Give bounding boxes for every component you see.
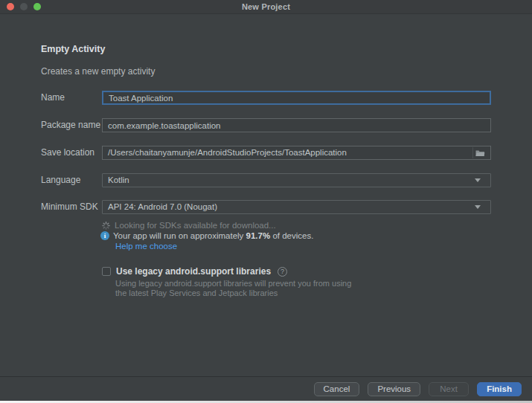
spinner-icon	[102, 222, 110, 230]
finish-button[interactable]: Finish	[477, 382, 522, 396]
minimize-window-button	[20, 3, 28, 10]
language-label: Language	[41, 173, 80, 187]
min-sdk-selected-value: API 24: Android 7.0 (Nougat)	[108, 201, 217, 213]
traffic-lights	[7, 3, 41, 10]
device-coverage-percent: 91.7%	[246, 231, 271, 240]
help-me-choose-link[interactable]: Help me choose	[115, 242, 177, 251]
close-window-button[interactable]	[7, 3, 14, 10]
language-dropdown[interactable]: Kotlin	[102, 173, 491, 187]
save-location-label: Save location	[41, 146, 94, 160]
chevron-down-icon	[475, 205, 481, 209]
titlebar: New Project	[0, 0, 532, 14]
sdk-loading-row: Looking for SDKs available for download.…	[102, 221, 276, 230]
legacy-libraries-row: Use legacy android.support libraries ?	[102, 266, 287, 277]
zoom-window-button[interactable]	[33, 3, 41, 10]
package-name-input[interactable]	[102, 118, 491, 132]
page-subtitle: Creates a new empty activity	[41, 66, 155, 77]
name-input[interactable]	[102, 91, 491, 105]
package-name-label: Package name	[41, 118, 100, 132]
save-location-value: /Users/chaitanyamunje/AndroidStudioProje…	[108, 146, 347, 159]
legacy-libraries-checkbox[interactable]	[102, 267, 111, 276]
dialog-footer: Cancel Previous Next Finish	[0, 376, 532, 401]
device-coverage-text: Your app will run on approximately 91.7%…	[113, 231, 313, 240]
min-sdk-dropdown[interactable]: API 24: Android 7.0 (Nougat)	[102, 200, 491, 214]
folder-icon	[475, 149, 485, 157]
dialog-content: Empty Activity Creates a new empty activ…	[0, 14, 532, 376]
min-sdk-label: Minimum SDK	[41, 200, 98, 214]
new-project-dialog: New Project Empty Activity Creates a new…	[0, 0, 532, 401]
cancel-button[interactable]: Cancel	[314, 382, 360, 396]
window-title: New Project	[242, 2, 290, 11]
info-icon: i	[100, 231, 109, 240]
name-label: Name	[41, 91, 65, 105]
browse-folder-button[interactable]	[472, 147, 487, 158]
device-coverage-row: i Your app will run on approximately 91.…	[100, 231, 313, 240]
legacy-libraries-label: Use legacy android.support libraries	[116, 266, 271, 277]
previous-button[interactable]: Previous	[368, 382, 420, 396]
help-icon[interactable]: ?	[278, 267, 287, 277]
save-location-input[interactable]: /Users/chaitanyamunje/AndroidStudioProje…	[102, 146, 491, 160]
next-button: Next	[429, 382, 469, 396]
sdk-loading-text: Looking for SDKs available for download.…	[115, 221, 276, 230]
page-title: Empty Activity	[41, 44, 105, 54]
chevron-down-icon	[475, 178, 481, 182]
language-selected-value: Kotlin	[108, 174, 129, 187]
legacy-libraries-description: Using legacy android.support libraries w…	[115, 279, 351, 298]
